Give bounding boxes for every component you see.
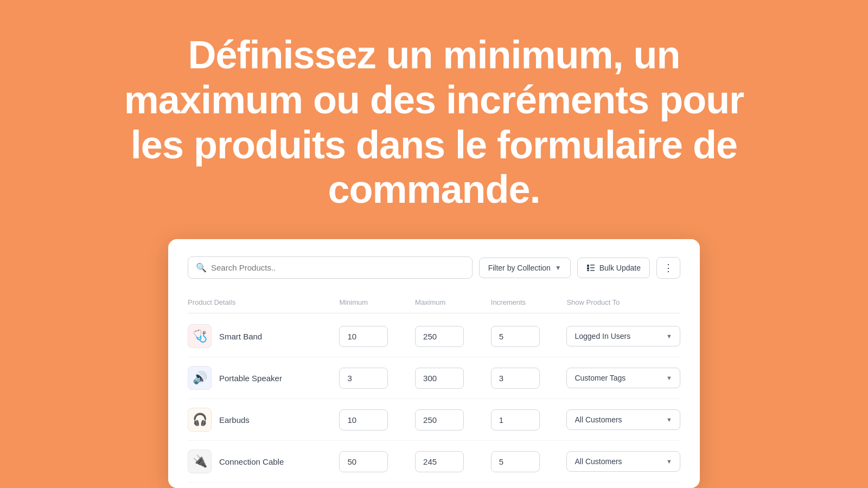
increments-input-portable-speaker[interactable] xyxy=(491,368,540,389)
header-maximum: Maximum xyxy=(415,298,491,306)
header-increments: Increments xyxy=(491,298,567,306)
product-image-smart-band: 🩺 xyxy=(188,324,212,348)
increments-cell-smart-band xyxy=(491,326,567,347)
bulk-update-label: Bulk Update xyxy=(599,264,641,272)
svg-rect-2 xyxy=(587,267,589,269)
search-wrapper: 🔍 xyxy=(188,256,473,279)
show-to-cell-portable-speaker: Customer Tags ▼ xyxy=(566,368,680,388)
minimum-cell-portable-speaker xyxy=(339,368,415,389)
header-product-details: Product Details xyxy=(188,298,339,306)
search-icon: 🔍 xyxy=(196,262,207,273)
increments-input-smart-band[interactable] xyxy=(491,326,540,347)
product-name-connection-cable: Connection Cable xyxy=(219,457,284,466)
svg-rect-0 xyxy=(587,265,589,267)
search-input[interactable] xyxy=(211,263,464,272)
bulk-update-icon xyxy=(586,264,595,272)
minimum-input-earbuds[interactable] xyxy=(339,409,388,431)
maximum-cell-connection-cable xyxy=(415,451,491,472)
toolbar: 🔍 Filter by Collection ▼ Bulk Update ⋮ xyxy=(188,256,680,279)
filter-by-collection-button[interactable]: Filter by Collection ▼ xyxy=(479,258,571,278)
main-card: 🔍 Filter by Collection ▼ Bulk Update ⋮ xyxy=(168,239,700,488)
header-show-product-to: Show Product To xyxy=(566,298,680,306)
minimum-input-portable-speaker[interactable] xyxy=(339,368,388,389)
show-to-select-connection-cable[interactable]: All Customers ▼ xyxy=(566,451,680,472)
bulk-update-button[interactable]: Bulk Update xyxy=(577,258,650,278)
maximum-cell-smart-band xyxy=(415,326,491,347)
chevron-down-icon: ▼ xyxy=(555,264,561,272)
minimum-cell-connection-cable xyxy=(339,451,415,472)
show-to-value-smart-band: Logged In Users xyxy=(575,332,630,341)
chevron-down-icon: ▼ xyxy=(666,333,672,339)
product-cell-portable-speaker: 🔊 Portable Speaker xyxy=(188,366,339,390)
increments-cell-earbuds xyxy=(491,409,567,431)
maximum-input-portable-speaker[interactable] xyxy=(415,368,464,389)
chevron-down-icon: ▼ xyxy=(666,458,672,465)
show-to-select-earbuds[interactable]: All Customers ▼ xyxy=(566,409,680,430)
product-name-portable-speaker: Portable Speaker xyxy=(219,374,282,383)
header-minimum: Minimum xyxy=(339,298,415,306)
increments-cell-connection-cable xyxy=(491,451,567,472)
product-name-earbuds: Earbuds xyxy=(219,415,250,425)
show-to-cell-connection-cable: All Customers ▼ xyxy=(566,451,680,472)
product-cell-smart-band: 🩺 Smart Band xyxy=(188,324,339,348)
increments-input-connection-cable[interactable] xyxy=(491,451,540,472)
minimum-cell-earbuds xyxy=(339,409,415,431)
chevron-down-icon: ▼ xyxy=(666,375,672,381)
show-to-cell-smart-band: Logged In Users ▼ xyxy=(566,326,680,346)
table-row: 🔊 Portable Speaker Customer Tags ▼ xyxy=(188,357,680,399)
svg-rect-3 xyxy=(590,267,595,268)
show-to-value-earbuds: All Customers xyxy=(575,415,622,424)
products-table: Product Details Minimum Maximum Incremen… xyxy=(188,294,680,483)
product-image-portable-speaker: 🔊 xyxy=(188,366,212,390)
maximum-input-smart-band[interactable] xyxy=(415,326,464,347)
maximum-input-connection-cable[interactable] xyxy=(415,451,464,472)
product-image-connection-cable: 🔌 xyxy=(188,450,212,473)
hero-title: Définissez un minimum, un maximum ou des… xyxy=(0,0,868,239)
show-to-value-portable-speaker: Customer Tags xyxy=(575,374,626,382)
product-name-smart-band: Smart Band xyxy=(219,332,262,341)
show-to-select-portable-speaker[interactable]: Customer Tags ▼ xyxy=(566,368,680,388)
maximum-input-earbuds[interactable] xyxy=(415,409,464,431)
chevron-down-icon: ▼ xyxy=(666,416,672,423)
minimum-input-connection-cable[interactable] xyxy=(339,451,388,472)
svg-rect-4 xyxy=(587,270,589,271)
show-to-select-smart-band[interactable]: Logged In Users ▼ xyxy=(566,326,680,346)
product-cell-connection-cable: 🔌 Connection Cable xyxy=(188,450,339,473)
minimum-input-smart-band[interactable] xyxy=(339,326,388,347)
table-row: 🩺 Smart Band Logged In Users ▼ xyxy=(188,316,680,357)
product-image-earbuds: 🎧 xyxy=(188,408,212,432)
more-vertical-icon: ⋮ xyxy=(663,263,673,273)
maximum-cell-portable-speaker xyxy=(415,368,491,389)
svg-rect-1 xyxy=(590,265,595,266)
increments-cell-portable-speaker xyxy=(491,368,567,389)
increments-input-earbuds[interactable] xyxy=(491,409,540,431)
product-cell-earbuds: 🎧 Earbuds xyxy=(188,408,339,432)
filter-label: Filter by Collection xyxy=(488,264,551,272)
table-header: Product Details Minimum Maximum Incremen… xyxy=(188,294,680,313)
svg-rect-5 xyxy=(590,270,595,271)
maximum-cell-earbuds xyxy=(415,409,491,431)
table-row: 🔌 Connection Cable All Customers ▼ xyxy=(188,441,680,483)
more-options-button[interactable]: ⋮ xyxy=(656,257,680,279)
minimum-cell-smart-band xyxy=(339,326,415,347)
table-rows: 🩺 Smart Band Logged In Users ▼ xyxy=(188,316,680,483)
table-row: 🎧 Earbuds All Customers ▼ xyxy=(188,399,680,441)
show-to-cell-earbuds: All Customers ▼ xyxy=(566,409,680,430)
show-to-value-connection-cable: All Customers xyxy=(575,457,622,466)
